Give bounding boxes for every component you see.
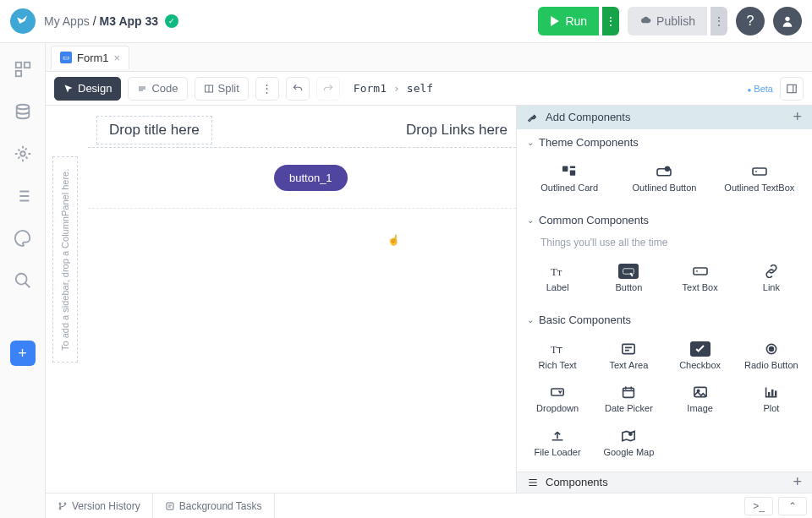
svg-rect-2 [24, 63, 29, 68]
svg-rect-11 [570, 170, 575, 175]
comp-button[interactable]: Button [595, 259, 662, 298]
path-self[interactable]: self [407, 82, 433, 95]
comp-outlined-button[interactable]: Outlined Button [618, 159, 710, 199]
save-status-icon: ✓ [165, 14, 178, 28]
account-button[interactable] [773, 7, 802, 35]
publish-button[interactable]: Publish [628, 7, 707, 35]
card-icon [560, 164, 579, 179]
run-button[interactable]: Run [538, 7, 599, 35]
svg-point-0 [785, 17, 789, 21]
breadcrumb-root[interactable]: My Apps [44, 14, 90, 28]
rail-search-icon[interactable] [14, 271, 32, 290]
image-icon [691, 384, 710, 400]
breadcrumb: My Apps / M3 App 33 ✓ [44, 14, 529, 28]
comp-label-text: File Loader [535, 447, 581, 458]
comp-checkbox[interactable]: Checkbox [667, 336, 734, 376]
richtext-icon: Tᴛ [548, 341, 567, 357]
more-button[interactable]: ⋮ [255, 77, 279, 101]
rail-data-icon[interactable] [14, 102, 32, 121]
comp-textbox[interactable]: Text Box [667, 259, 734, 298]
editor-toolbar: Design Code Split ⋮ Form1 [46, 72, 812, 106]
tab-close-button[interactable]: × [114, 52, 121, 64]
comp-outlined-card[interactable]: Outlined Card [524, 159, 615, 199]
common-section-header[interactable]: ⌄ Common Components [517, 207, 812, 233]
code-mode-button[interactable]: Code [128, 77, 187, 101]
svg-rect-23 [623, 389, 634, 398]
svg-point-4 [16, 105, 29, 110]
comp-label-text: Link [763, 282, 780, 293]
comp-label-text: Image [687, 403, 713, 414]
comp-googlemap[interactable]: Google Map [595, 423, 662, 463]
svg-text:Tᴛ: Tᴛ [551, 344, 562, 356]
comp-richtext[interactable]: Tᴛ Rich Text [524, 336, 591, 376]
console-button[interactable]: >_ [744, 497, 773, 515]
svg-rect-28 [775, 391, 776, 396]
upload-icon [548, 428, 567, 444]
comp-link[interactable]: Link [738, 259, 805, 298]
link-icon [762, 264, 781, 279]
run-menu-button[interactable]: ⋮ [602, 7, 619, 35]
tab-label: Form1 [77, 52, 109, 64]
basic-section-header[interactable]: ⌄ Basic Components [517, 307, 812, 333]
links-dropzone[interactable]: Drop Links here [406, 122, 508, 139]
svg-point-32 [64, 503, 66, 504]
path-form[interactable]: Form1 [354, 82, 387, 95]
comp-fileloader[interactable]: File Loader [524, 423, 591, 463]
comp-dropdown[interactable]: Dropdown [524, 379, 591, 419]
label-icon: Tт [548, 264, 567, 279]
comp-outlined-textbox[interactable]: Outlined TextBox [714, 159, 805, 199]
rail-settings-icon[interactable] [14, 144, 32, 163]
theme-section-header[interactable]: ⌄ Theme Components [517, 129, 812, 155]
button-1[interactable]: button_1 [274, 165, 348, 191]
comp-textarea[interactable]: Text Area [595, 336, 662, 376]
anvil-logo[interactable] [10, 8, 36, 34]
rail-theme-icon[interactable] [14, 229, 32, 248]
comp-label-text: Radio Button [744, 360, 798, 371]
svg-rect-1 [15, 63, 20, 68]
comp-label[interactable]: Tт Label [524, 259, 591, 298]
comp-datepicker[interactable]: Date Picker [595, 379, 662, 419]
comp-label-text: Button [615, 282, 642, 293]
collapse-button[interactable]: ⌃ [778, 497, 807, 515]
comp-label-text: Date Picker [605, 403, 653, 414]
design-label: Design [78, 82, 112, 95]
cloud-icon [639, 15, 651, 27]
design-mode-button[interactable]: Design [54, 77, 121, 101]
chevron-down-icon: ⌄ [527, 215, 534, 225]
svg-rect-22 [551, 389, 563, 395]
comp-radio[interactable]: Radio Button [738, 336, 805, 376]
sidebar-dropzone[interactable]: To add a sidebar, drop a ColumnPanel her… [52, 156, 78, 363]
undo-button[interactable] [286, 77, 310, 101]
toggle-panel-button[interactable] [780, 77, 804, 101]
rail-add-button[interactable]: + [10, 341, 36, 366]
title-dropzone[interactable]: Drop title here [96, 116, 212, 144]
undo-icon [292, 83, 304, 95]
publish-menu-button[interactable]: ⋮ [710, 7, 727, 35]
rail-list-icon[interactable] [14, 187, 32, 205]
common-section-label: Common Components [539, 214, 649, 226]
app-name[interactable]: M3 App 33 [100, 14, 159, 28]
comp-label: Outlined TextBox [724, 183, 794, 194]
svg-point-30 [59, 503, 61, 504]
button-icon [618, 264, 639, 279]
tab-form1[interactable]: ▭ Form1 × [51, 46, 129, 69]
split-mode-button[interactable]: Split [195, 77, 249, 101]
panel-icon [786, 83, 798, 95]
svg-point-29 [629, 433, 632, 435]
comp-label: Outlined Card [540, 183, 598, 194]
version-history-label: Version History [72, 500, 140, 512]
design-canvas[interactable]: To add a sidebar, drop a ColumnPanel her… [46, 106, 516, 493]
content-dropzone[interactable]: button_1 [88, 148, 516, 209]
components-footer-plus-button[interactable]: + [793, 473, 802, 491]
comp-plot[interactable]: Plot [738, 379, 805, 419]
background-tasks-tab[interactable]: Background Tasks [153, 493, 275, 518]
version-history-tab[interactable]: Version History [46, 493, 153, 518]
components-footer-label: Components [546, 476, 608, 488]
comp-label: Outlined Button [633, 183, 697, 194]
rail-app-icon[interactable] [14, 60, 32, 79]
help-button[interactable]: ? [736, 7, 765, 35]
redo-button[interactable] [316, 77, 340, 101]
svg-rect-10 [570, 166, 575, 167]
comp-image[interactable]: Image [667, 379, 734, 419]
add-components-plus-button[interactable]: + [793, 108, 802, 126]
